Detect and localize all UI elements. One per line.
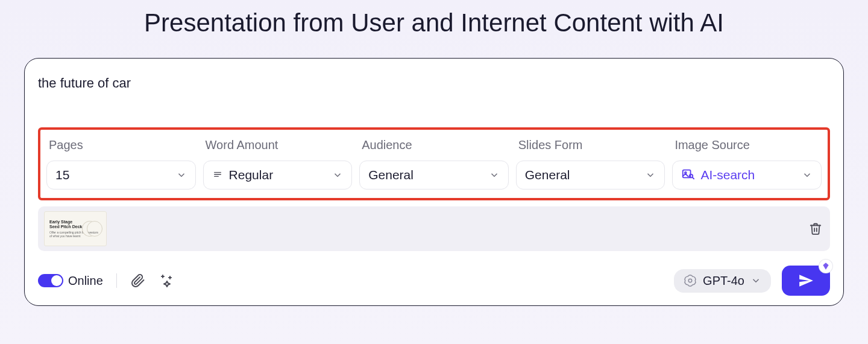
lines-icon — [212, 168, 223, 182]
setting-image-source-label: Image Source — [672, 138, 822, 152]
setting-pages: Pages 15 — [46, 138, 196, 190]
bottom-toolbar: Online GPT-4o — [38, 266, 830, 296]
divider — [116, 273, 117, 288]
setting-word-amount: Word Amount Regular — [203, 138, 353, 190]
openai-icon — [684, 274, 697, 287]
audience-dropdown[interactable]: General — [359, 161, 509, 190]
svg-point-7 — [688, 279, 692, 282]
right-tools: GPT-4o — [674, 266, 830, 296]
setting-slides-form-label: Slides Form — [516, 138, 665, 152]
image-source-value: AI-search — [700, 168, 755, 182]
left-tools: Online — [38, 273, 175, 288]
chevron-down-icon — [750, 275, 761, 286]
page-title: Presentation from User and Internet Cont… — [0, 0, 868, 58]
settings-highlight-box: Pages 15 Word Amount Regular — [38, 127, 830, 200]
slides-form-dropdown[interactable]: General — [516, 161, 665, 190]
setting-audience-label: Audience — [359, 138, 509, 152]
image-search-icon — [681, 167, 694, 183]
chevron-down-icon — [332, 170, 343, 180]
prompt-input[interactable]: the future of car — [38, 72, 830, 125]
svg-line-6 — [693, 177, 694, 179]
attachment-thumbnail[interactable]: Early StageSeed Pitch Deck Offer a compe… — [44, 211, 107, 246]
setting-word-amount-label: Word Amount — [203, 138, 353, 152]
setting-image-source: Image Source AI-search — [672, 138, 822, 190]
image-source-dropdown[interactable]: AI-search — [672, 161, 822, 190]
send-button[interactable] — [782, 266, 830, 296]
chevron-down-icon — [645, 170, 656, 180]
model-selector[interactable]: GPT-4o — [674, 269, 771, 293]
model-label: GPT-4o — [703, 274, 744, 288]
thumb-title-1: Early Stage — [49, 220, 72, 224]
chevron-down-icon — [802, 170, 813, 180]
pages-value: 15 — [55, 168, 69, 182]
word-amount-dropdown[interactable]: Regular — [203, 161, 353, 190]
setting-slides-form: Slides Form General — [516, 138, 665, 190]
chevron-down-icon — [176, 170, 187, 180]
audience-value: General — [368, 168, 414, 182]
generation-panel: the future of car Pages 15 Word Amount R… — [24, 58, 844, 306]
word-amount-value: Regular — [229, 168, 274, 182]
thumb-title-2: Seed Pitch Deck — [49, 225, 82, 229]
online-toggle[interactable] — [38, 274, 63, 287]
slides-form-value: General — [525, 168, 570, 182]
thumb-subtitle: Offer a compelling pitch for investors o… — [49, 231, 101, 238]
pages-dropdown[interactable]: 15 — [46, 161, 196, 190]
diamond-badge-icon — [819, 260, 832, 273]
online-toggle-group: Online — [38, 274, 103, 288]
setting-audience: Audience General — [359, 138, 509, 190]
chevron-down-icon — [489, 170, 500, 180]
delete-attachment-button[interactable] — [807, 220, 824, 237]
attachment-row: Early StageSeed Pitch Deck Offer a compe… — [38, 206, 830, 251]
setting-pages-label: Pages — [46, 138, 196, 152]
attach-button[interactable] — [130, 273, 146, 288]
online-label: Online — [68, 274, 103, 288]
sparkles-button[interactable] — [159, 273, 175, 288]
